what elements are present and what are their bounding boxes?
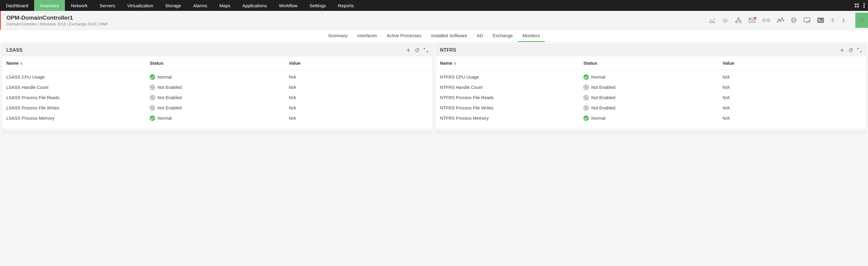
- collapse-icon[interactable]: [854, 3, 860, 8]
- monitor-table: Name▲▼StatusValueLSASS CPU UsageNormalN/…: [2, 56, 432, 129]
- link-icon[interactable]: [763, 18, 770, 22]
- chart-icon[interactable]: [709, 17, 715, 23]
- svg-point-21: [782, 18, 783, 19]
- svg-rect-12: [740, 22, 741, 23]
- table-row[interactable]: NTFRS Process MemoryNormalN/A: [436, 113, 866, 123]
- add-icon[interactable]: [840, 48, 844, 53]
- table-row[interactable]: NTFRS CPU UsageNormalN/A: [436, 72, 866, 82]
- status-label: Not Enabled: [158, 95, 182, 100]
- panel-lsass: LSASSName▲▼StatusValueLSASS CPU UsageNor…: [2, 44, 433, 129]
- status-normal-icon: [583, 74, 589, 80]
- status-label: Not Enabled: [591, 95, 615, 100]
- topnav-item-dashboard[interactable]: Dashboard: [0, 0, 34, 11]
- expand-icon[interactable]: [424, 48, 428, 53]
- sort-icon: ▲▼: [20, 62, 23, 65]
- topnav-item-maps[interactable]: Maps: [213, 0, 237, 11]
- cell-name: NTFRS Process File Reads: [440, 95, 583, 100]
- status-disabled-icon: [583, 95, 589, 100]
- cell-value: N/A: [289, 95, 428, 100]
- alert-icon[interactable]: [722, 17, 728, 23]
- col-header-value[interactable]: Value: [289, 60, 428, 65]
- cell-status: Not Enabled: [583, 85, 722, 90]
- refresh-icon[interactable]: [415, 48, 420, 53]
- topnav-item-settings[interactable]: Settings: [304, 0, 332, 11]
- top-nav-items: DashboardInventoryNetworkServersVirtuali…: [0, 0, 854, 11]
- table-row[interactable]: LSASS Process MemoryNormalN/A: [2, 113, 432, 123]
- svg-point-18: [777, 22, 778, 22]
- panel-header: LSASS: [2, 45, 432, 56]
- table-row[interactable]: NTFRS Process File WritesNot EnabledN/A: [436, 103, 866, 113]
- table-row[interactable]: NTFRS Handle CountNot EnabledN/A: [436, 82, 866, 92]
- col-header-value[interactable]: Value: [722, 60, 862, 65]
- table-row[interactable]: LSASS Process File ReadsNot EnabledN/A: [2, 92, 432, 103]
- monitor-table: Name▲▼StatusValueNTFRS CPU UsageNormalN/…: [436, 56, 866, 129]
- tab-ad[interactable]: AD: [472, 30, 488, 42]
- refresh-icon[interactable]: [848, 48, 853, 53]
- table-body: LSASS CPU UsageNormalN/ALSASS Handle Cou…: [2, 70, 432, 129]
- cell-name: LSASS CPU Usage: [6, 75, 150, 80]
- panel-header: NTFRS: [436, 45, 866, 56]
- cell-value: N/A: [289, 75, 428, 80]
- tab-exchange[interactable]: Exchange: [488, 30, 518, 42]
- status-label: Normal: [158, 116, 172, 121]
- tab-installed-software[interactable]: Installed Software: [426, 30, 472, 42]
- tab-interfaces[interactable]: Interfaces: [352, 30, 382, 42]
- activity-icon[interactable]: [777, 18, 784, 23]
- prev-icon[interactable]: [831, 18, 835, 23]
- topnav-item-storage[interactable]: Storage: [159, 0, 187, 11]
- tab-monitors[interactable]: Monitors: [518, 30, 545, 42]
- cell-status: Not Enabled: [583, 105, 722, 111]
- col-header-name[interactable]: Name▲▼: [440, 60, 583, 65]
- tab-summary[interactable]: Summary: [323, 30, 352, 42]
- next-icon[interactable]: [841, 18, 846, 23]
- panel-actions: [840, 48, 862, 53]
- topnav-item-inventory[interactable]: Inventory: [34, 0, 65, 11]
- svg-point-19: [779, 19, 780, 20]
- globe-icon[interactable]: [791, 17, 797, 23]
- mail-icon[interactable]: [748, 18, 756, 23]
- topnav-item-applications[interactable]: Applications: [236, 0, 273, 11]
- monitor-icon[interactable]: [803, 17, 811, 23]
- panel-title: NTFRS: [440, 48, 840, 53]
- expand-icon[interactable]: [858, 48, 862, 53]
- status-disabled-icon: [583, 105, 589, 111]
- more-icon[interactable]: [863, 3, 865, 8]
- page-title: OPM-DomainController1: [6, 15, 709, 21]
- col-header-status[interactable]: Status: [583, 60, 722, 65]
- table-body: NTFRS CPU UsageNormalN/ANTFRS Handle Cou…: [436, 70, 866, 129]
- status-normal-icon: [583, 115, 589, 121]
- cell-status: Not Enabled: [583, 95, 722, 100]
- status-label: Normal: [158, 75, 172, 80]
- cell-name: LSASS Process File Writes: [6, 106, 150, 110]
- table-row[interactable]: NTFRS Process File ReadsNot EnabledN/A: [436, 92, 866, 103]
- topnav-item-network[interactable]: Network: [65, 0, 94, 11]
- svg-point-0: [864, 3, 865, 4]
- topnav-item-virtualization[interactable]: Virtualization: [121, 0, 159, 11]
- status-normal-icon: [150, 115, 155, 121]
- topnav-item-reports[interactable]: Reports: [332, 0, 360, 11]
- table-row[interactable]: LSASS Process File WritesNot EnabledN/A: [2, 103, 432, 113]
- tab-active-processes[interactable]: Active Processes: [382, 30, 426, 42]
- page-header-actions: [709, 13, 868, 28]
- svg-point-4: [724, 20, 726, 22]
- topology-icon[interactable]: [735, 17, 742, 23]
- top-nav: DashboardInventoryNetworkServersVirtuali…: [0, 0, 868, 11]
- svg-line-6: [723, 19, 724, 19]
- cell-value: N/A: [289, 85, 428, 90]
- status-label: Not Enabled: [158, 106, 182, 110]
- hamburger-menu-icon[interactable]: [855, 13, 868, 28]
- table-row[interactable]: LSASS Handle CountNot EnabledN/A: [2, 82, 432, 92]
- topnav-item-alarms[interactable]: Alarms: [187, 0, 213, 11]
- svg-rect-10: [738, 18, 739, 19]
- add-icon[interactable]: [406, 48, 410, 53]
- cell-status: Not Enabled: [150, 105, 289, 111]
- terminal-icon[interactable]: [817, 18, 824, 23]
- topnav-item-servers[interactable]: Servers: [94, 0, 121, 11]
- cell-status: Not Enabled: [150, 85, 289, 90]
- table-row[interactable]: LSASS CPU UsageNormalN/A: [2, 72, 432, 82]
- col-header-status[interactable]: Status: [150, 60, 289, 65]
- col-header-name[interactable]: Name▲▼: [6, 60, 150, 65]
- svg-point-2: [864, 7, 865, 8]
- topnav-item-workflow[interactable]: Workflow: [273, 0, 303, 11]
- cell-value: N/A: [722, 95, 862, 100]
